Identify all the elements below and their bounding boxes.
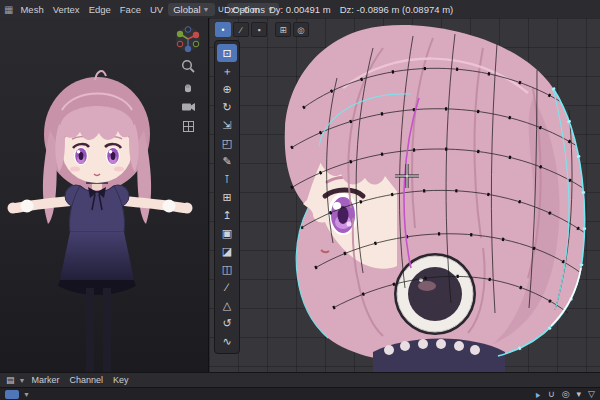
- snap-button[interactable]: ◎: [293, 22, 309, 37]
- tool-add-primitive[interactable]: ⊞: [217, 188, 237, 206]
- tool-annotate[interactable]: ✎: [217, 152, 237, 170]
- tool-spin[interactable]: ↺: [217, 314, 237, 332]
- tool-cursor[interactable]: ＋: [217, 62, 237, 80]
- menu-uv[interactable]: UV: [146, 3, 167, 16]
- tool-poly-build[interactable]: △: [217, 296, 237, 314]
- editor-type-button[interactable]: [5, 390, 19, 399]
- orientation-label: Global: [173, 4, 200, 15]
- vertex-select-button[interactable]: •: [215, 22, 231, 37]
- tool-extrude-region[interactable]: ↥: [217, 206, 237, 224]
- top-menubar: ▦ Mesh Vertex Edge Face UV Global ▼ ∪ Op…: [0, 0, 600, 19]
- face-select-button[interactable]: ▪: [251, 22, 267, 37]
- tool-smooth[interactable]: ∿: [217, 332, 237, 350]
- pan-hand-icon[interactable]: [181, 80, 195, 94]
- tool-bevel[interactable]: ◪: [217, 242, 237, 260]
- tool-knife[interactable]: ∕: [217, 278, 237, 296]
- readout-dy: Dy: 0.00491 m: [269, 4, 331, 15]
- edge-select-button[interactable]: ∕: [233, 22, 249, 37]
- transform-readout: Dx: -0 m Dy: 0.00491 m Dz: -0.0896 m (0.…: [212, 4, 453, 15]
- menu-vertex[interactable]: Vertex: [49, 3, 84, 16]
- readout-dz: Dz: -0.0896 m (0.08974 m): [340, 4, 454, 15]
- editor-type-icon[interactable]: ▦: [4, 4, 13, 15]
- tool-inset-faces[interactable]: ▣: [217, 224, 237, 242]
- status-bar: ▼ ▲ ∪ ◎ ▾ ▽: [0, 387, 600, 400]
- tool-shelf: ⊡ ＋ ⊕ ↻ ⇲ ◰ ✎ ⊺ ⊞ ↥ ▣ ◪ ◫ ∕ △ ↺ ∿: [214, 40, 240, 354]
- menu-key[interactable]: Key: [109, 374, 133, 386]
- proportional-icon[interactable]: ◎: [562, 389, 570, 399]
- tool-scale[interactable]: ⇲: [217, 116, 237, 134]
- tool-select-box[interactable]: ⊡: [217, 44, 237, 62]
- snap-magnet-icon[interactable]: ∪: [548, 389, 555, 399]
- menu-channel[interactable]: Channel: [65, 374, 107, 386]
- chevron-down-icon: ▼: [203, 6, 210, 13]
- viewport-3d-edit[interactable]: • ∕ ▪ ⊞ ◎ ⊡ ＋ ⊕ ↻ ⇲ ◰ ✎ ⊺ ⊞ ↥ ▣ ◪ ◫ ∕ △ …: [208, 18, 600, 372]
- tool-move[interactable]: ⊕: [217, 80, 237, 98]
- chevron-down-icon: ▼: [19, 377, 26, 384]
- tool-transform[interactable]: ◰: [217, 134, 237, 152]
- editor-type-icon[interactable]: ▤: [4, 375, 17, 385]
- navigate-gizmo-icon[interactable]: [175, 26, 201, 52]
- filter-funnel-icon[interactable]: ▽: [588, 389, 595, 399]
- camera-icon[interactable]: [181, 101, 196, 113]
- tool-rotate[interactable]: ↻: [217, 98, 237, 116]
- chevron-down-icon: ▼: [23, 391, 30, 398]
- zoom-icon[interactable]: [181, 59, 195, 73]
- dropdown-chevron-icon[interactable]: ▾: [577, 389, 582, 399]
- menu-face[interactable]: Face: [116, 3, 145, 16]
- perspective-grid-icon[interactable]: [182, 120, 195, 133]
- transform-orientation-dropdown[interactable]: Global ▼: [168, 3, 214, 16]
- tool-loop-cut[interactable]: ◫: [217, 260, 237, 278]
- timeline-header: ▤ ▼ Marker Channel Key: [0, 372, 600, 387]
- character-edit-mesh: [233, 18, 600, 372]
- menu-marker[interactable]: Marker: [27, 374, 63, 386]
- tool-measure[interactable]: ⊺: [217, 170, 237, 188]
- global-orientation-button[interactable]: ⊞: [275, 22, 291, 37]
- menu-edge[interactable]: Edge: [85, 3, 115, 16]
- select-cursor-icon[interactable]: ▲: [531, 388, 542, 400]
- readout-dx: Dx: -0 m: [224, 4, 260, 15]
- select-mode-group: • ∕ ▪ ⊞ ◎: [215, 22, 309, 37]
- menu-mesh[interactable]: Mesh: [16, 3, 47, 16]
- viewport-3d-reference[interactable]: [0, 18, 208, 372]
